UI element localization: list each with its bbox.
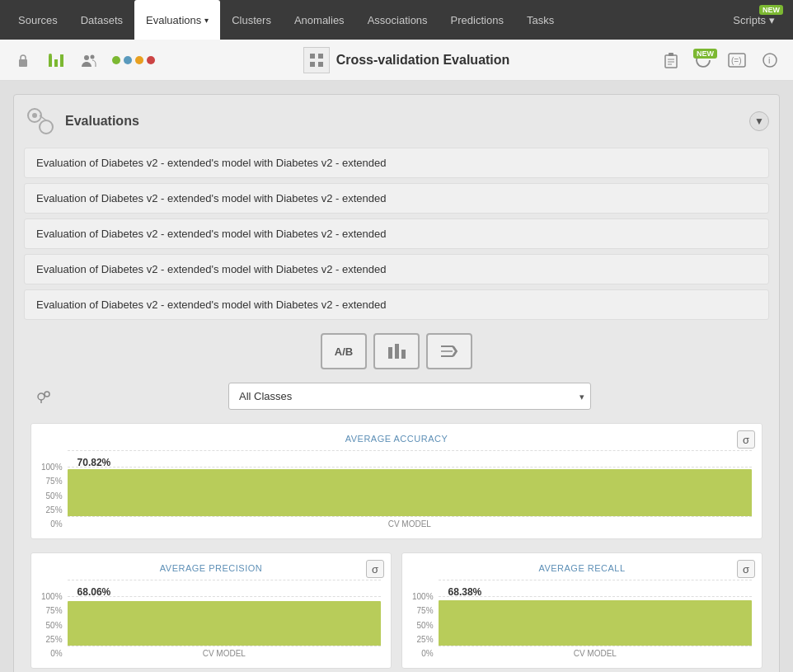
svg-rect-10 <box>318 62 323 67</box>
svg-rect-24 <box>388 347 392 359</box>
bars-area-accuracy: 70.82% CV MODEL <box>68 450 752 529</box>
eval-item[interactable]: Evaluation of Diabetes v2 - extended's m… <box>24 289 769 320</box>
panel-title: Evaluations <box>65 114 139 129</box>
sigma-button-accuracy[interactable]: σ <box>737 430 755 449</box>
grid-line <box>439 596 752 597</box>
svg-text:i: i <box>768 55 770 65</box>
loading-indicator <box>112 56 155 64</box>
sub-navigation: Cross-validation Evaluation NEW (=) <box>0 40 793 81</box>
nav-clusters[interactable]: Clusters <box>220 0 283 40</box>
svg-rect-3 <box>60 54 63 67</box>
svg-rect-7 <box>310 54 315 59</box>
svg-point-22 <box>40 120 53 134</box>
dot-3 <box>135 56 143 64</box>
grid-line <box>68 467 752 468</box>
grid-line <box>68 596 381 597</box>
evaluations-panel: Evaluations ▼ Evaluation of Diabetes v2 … <box>13 94 780 672</box>
svg-rect-1 <box>49 56 52 67</box>
bar-fill-accuracy <box>68 469 752 516</box>
eval-item[interactable]: Evaluation of Diabetes v2 - extended's m… <box>24 183 769 214</box>
nav-datasets[interactable]: Datasets <box>69 0 134 40</box>
grid-line <box>68 646 381 646</box>
chart-title-recall: AVERAGE RECALL <box>412 563 752 573</box>
average-accuracy-chart: AVERAGE ACCURACY σ 100% 75% 50% 25% 0% <box>30 423 762 539</box>
bar-fill-precision <box>68 601 381 646</box>
people-icon[interactable] <box>76 47 102 73</box>
svg-rect-0 <box>19 59 27 67</box>
panel-header: Evaluations ▼ <box>24 105 769 138</box>
subnav-actions: NEW (=) i <box>658 47 783 73</box>
nav-evaluations[interactable]: Evaluations ▾ <box>134 0 220 40</box>
svg-rect-25 <box>395 344 399 359</box>
svg-point-4 <box>49 54 52 57</box>
nav-sources[interactable]: Sources <box>7 0 69 40</box>
svg-point-5 <box>84 55 89 60</box>
bar-value-precision: 68.06% <box>77 586 111 598</box>
new-badge: NEW <box>759 5 783 15</box>
grid-line <box>68 450 752 451</box>
chart-area-precision: 100% 75% 50% 25% 0% <box>41 580 381 658</box>
evaluations-panel-icon <box>24 105 57 138</box>
bars-area-recall: 68.38% CV MODEL <box>439 580 752 658</box>
dot-4 <box>147 56 155 64</box>
grid-line <box>68 580 381 580</box>
chevron-down-icon: ▾ <box>769 14 775 26</box>
y-axis-precision: 100% 75% 50% 25% 0% <box>41 592 68 658</box>
average-precision-chart: AVERAGE PRECISION σ 100% 75% 50% 25% 0% <box>30 552 392 669</box>
info-icon[interactable]: i <box>757 47 783 73</box>
chart-icon[interactable] <box>43 47 69 73</box>
clipboard-icon[interactable] <box>658 47 684 73</box>
chart-grid-recall: 68.38% <box>439 580 752 646</box>
bar-value-recall: 68.38% <box>448 586 482 598</box>
new-badge: NEW <box>693 49 717 59</box>
svg-rect-26 <box>401 350 406 359</box>
dot-2 <box>124 56 132 64</box>
eval-item[interactable]: Evaluation of Diabetes v2 - extended's m… <box>24 148 769 178</box>
bar-chart-button[interactable] <box>373 333 420 369</box>
svg-rect-12 <box>669 53 673 56</box>
shuffle-button[interactable] <box>426 333 472 369</box>
page-title-group: Cross-validation Evaluation <box>162 47 651 73</box>
ab-button[interactable]: A/B <box>321 333 367 369</box>
bars-area-precision: 68.06% CV MODEL <box>68 580 381 658</box>
code-icon[interactable]: (=) <box>724 47 750 73</box>
chart-grid-precision: 68.06% <box>68 580 381 646</box>
dot-1 <box>112 56 120 64</box>
svg-rect-8 <box>318 54 323 59</box>
nav-tasks[interactable]: Tasks <box>515 0 565 40</box>
svg-point-28 <box>45 392 49 397</box>
nav-scripts[interactable]: Scripts ▾ NEW <box>721 0 786 40</box>
chart-area-recall: 100% 75% 50% 25% 0% <box>412 580 752 658</box>
filter-row: All Classes ▾ <box>24 383 769 410</box>
svg-point-21 <box>32 113 37 118</box>
class-filter-select[interactable]: All Classes <box>228 383 591 410</box>
class-filter[interactable]: All Classes ▾ <box>228 383 591 410</box>
chart-area-accuracy: 100% 75% 50% 25% 0% 70.82% <box>41 450 752 529</box>
panel-title-group: Evaluations <box>24 105 139 138</box>
svg-point-6 <box>91 54 95 59</box>
evaluation-icon <box>303 47 330 73</box>
eval-item[interactable]: Evaluation of Diabetes v2 - extended's m… <box>24 219 769 249</box>
x-label-accuracy: CV MODEL <box>68 519 752 529</box>
nav-associations[interactable]: Associations <box>356 0 439 40</box>
main-content: Evaluations ▼ Evaluation of Diabetes v2 … <box>0 81 793 672</box>
refresh-icon[interactable]: NEW <box>691 47 717 73</box>
charts-section: AVERAGE ACCURACY σ 100% 75% 50% 25% 0% <box>24 423 769 669</box>
filter-icon <box>30 383 57 410</box>
bar-fill-recall <box>439 600 752 646</box>
y-axis-accuracy: 100% 75% 50% 25% 0% <box>41 463 68 529</box>
y-axis-recall: 100% 75% 50% 25% 0% <box>412 592 439 658</box>
eval-item[interactable]: Evaluation of Diabetes v2 - extended's m… <box>24 254 769 284</box>
chart-grid-accuracy: 70.82% <box>68 450 752 516</box>
nav-predictions[interactable]: Predictions <box>439 0 515 40</box>
nav-anomalies[interactable]: Anomalies <box>283 0 356 40</box>
svg-point-27 <box>38 393 45 400</box>
sigma-button-recall[interactable]: σ <box>737 560 755 578</box>
svg-rect-9 <box>310 62 315 67</box>
average-recall-chart: AVERAGE RECALL σ 100% 75% 50% 25% 0% <box>401 552 762 669</box>
sigma-button-precision[interactable]: σ <box>366 560 384 578</box>
grid-line <box>439 646 752 646</box>
lock-icon[interactable] <box>10 47 36 73</box>
chevron-down-icon: ▾ <box>204 16 209 25</box>
collapse-button[interactable]: ▼ <box>749 111 769 131</box>
